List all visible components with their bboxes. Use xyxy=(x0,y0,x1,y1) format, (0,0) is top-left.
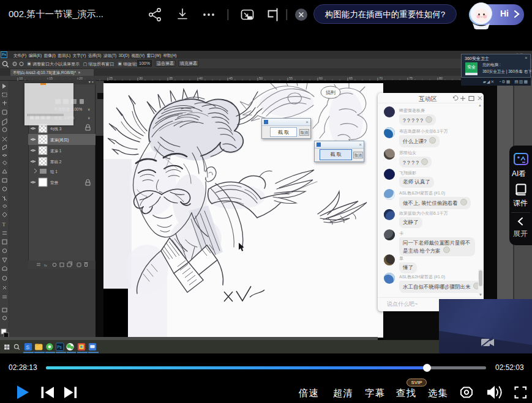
svg-text:搞到: 搞到 xyxy=(326,90,335,95)
svg-text:∨: ∨ xyxy=(88,108,90,111)
svg-text:组 1: 组 1 xyxy=(50,169,58,174)
svg-text:∨: ∨ xyxy=(88,116,90,120)
svg-text:草稿 2: 草稿 2 xyxy=(50,160,62,164)
svg-text:30: 30 xyxy=(139,76,143,80)
svg-text:45: 45 xyxy=(229,76,233,80)
svg-text:60: 60 xyxy=(319,76,323,80)
svg-text:背景: 背景 xyxy=(50,180,59,185)
svg-text:速涂 1: 速涂 1 xyxy=(50,149,62,153)
svg-text:70: 70 xyxy=(379,76,383,80)
svg-text:S: S xyxy=(26,344,29,350)
svg-text:35: 35 xyxy=(169,76,173,80)
svg-text:65: 65 xyxy=(349,76,353,80)
svg-text:50: 50 xyxy=(259,76,263,80)
svg-text:fx: fx xyxy=(44,264,47,267)
svg-text:T: T xyxy=(2,221,6,227)
svg-text:勾线 3: 勾线 3 xyxy=(50,127,62,131)
svg-text:40: 40 xyxy=(199,76,203,80)
svg-text:Ps: Ps xyxy=(57,345,62,349)
svg-text:55: 55 xyxy=(289,76,293,80)
svg-text:25: 25 xyxy=(109,76,113,80)
svg-text:速涂(拷贝): 速涂(拷贝) xyxy=(50,138,69,142)
svg-text:10: 10 xyxy=(19,76,23,80)
